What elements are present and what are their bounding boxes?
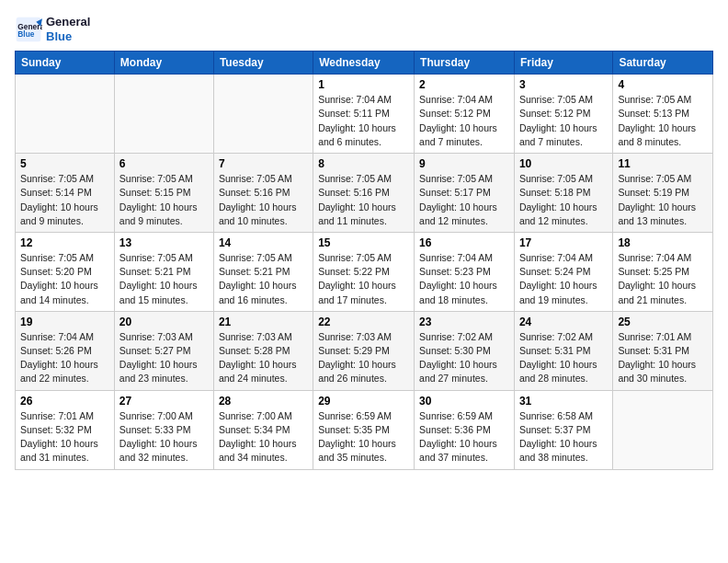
day-info: Sunrise: 7:05 AM Sunset: 5:17 PM Dayligh…	[419, 172, 509, 228]
day-info: Sunrise: 7:03 AM Sunset: 5:29 PM Dayligh…	[318, 330, 409, 386]
day-number: 4	[618, 78, 708, 91]
day-number: 16	[419, 236, 509, 249]
day-info: Sunrise: 7:05 AM Sunset: 5:13 PM Dayligh…	[618, 93, 708, 149]
logo-text-line1: General	[46, 15, 90, 29]
day-number: 28	[219, 395, 308, 408]
day-info: Sunrise: 7:05 AM Sunset: 5:19 PM Dayligh…	[618, 172, 708, 228]
day-info: Sunrise: 6:58 AM Sunset: 5:37 PM Dayligh…	[519, 409, 608, 465]
day-info: Sunrise: 7:05 AM Sunset: 5:22 PM Dayligh…	[318, 251, 409, 307]
day-number: 10	[519, 157, 608, 170]
day-number: 5	[20, 157, 109, 170]
day-number: 22	[318, 316, 409, 328]
day-info: Sunrise: 7:01 AM Sunset: 5:31 PM Dayligh…	[618, 330, 708, 386]
calendar-cell: 15Sunrise: 7:05 AM Sunset: 5:22 PM Dayli…	[313, 232, 415, 311]
day-number: 8	[318, 157, 409, 170]
calendar-cell: 30Sunrise: 6:59 AM Sunset: 5:36 PM Dayli…	[415, 390, 515, 469]
logo: General Blue General Blue	[15, 15, 90, 43]
calendar-cell: 23Sunrise: 7:02 AM Sunset: 5:30 PM Dayli…	[415, 311, 515, 390]
day-info: Sunrise: 7:05 AM Sunset: 5:16 PM Dayligh…	[219, 172, 308, 228]
column-header-saturday: Saturday	[613, 52, 713, 75]
calendar-week-5: 26Sunrise: 7:01 AM Sunset: 5:32 PM Dayli…	[16, 390, 713, 469]
calendar-cell: 19Sunrise: 7:04 AM Sunset: 5:26 PM Dayli…	[16, 311, 115, 390]
day-number: 30	[419, 395, 509, 408]
calendar-cell: 7Sunrise: 7:05 AM Sunset: 5:16 PM Daylig…	[213, 154, 313, 233]
day-number: 20	[119, 316, 209, 328]
calendar-cell: 22Sunrise: 7:03 AM Sunset: 5:29 PM Dayli…	[313, 311, 415, 390]
day-number: 18	[618, 236, 708, 249]
calendar-cell: 16Sunrise: 7:04 AM Sunset: 5:23 PM Dayli…	[415, 232, 515, 311]
day-info: Sunrise: 7:00 AM Sunset: 5:33 PM Dayligh…	[119, 409, 209, 465]
logo-icon: General Blue	[15, 16, 42, 43]
calendar-cell: 3Sunrise: 7:05 AM Sunset: 5:12 PM Daylig…	[514, 75, 612, 154]
calendar-cell: 28Sunrise: 7:00 AM Sunset: 5:34 PM Dayli…	[213, 390, 313, 469]
calendar-cell: 12Sunrise: 7:05 AM Sunset: 5:20 PM Dayli…	[16, 232, 115, 311]
calendar-cell: 13Sunrise: 7:05 AM Sunset: 5:21 PM Dayli…	[114, 232, 213, 311]
day-info: Sunrise: 7:05 AM Sunset: 5:20 PM Dayligh…	[20, 251, 109, 307]
day-number: 25	[618, 316, 708, 328]
day-number: 29	[318, 395, 409, 408]
calendar-week-3: 12Sunrise: 7:05 AM Sunset: 5:20 PM Dayli…	[16, 232, 713, 311]
day-number: 27	[119, 395, 209, 408]
day-info: Sunrise: 7:05 AM Sunset: 5:21 PM Dayligh…	[119, 251, 209, 307]
day-info: Sunrise: 6:59 AM Sunset: 5:35 PM Dayligh…	[318, 409, 409, 465]
column-header-monday: Monday	[114, 52, 213, 75]
day-info: Sunrise: 7:02 AM Sunset: 5:31 PM Dayligh…	[519, 330, 608, 386]
calendar-week-4: 19Sunrise: 7:04 AM Sunset: 5:26 PM Dayli…	[16, 311, 713, 390]
calendar-cell: 26Sunrise: 7:01 AM Sunset: 5:32 PM Dayli…	[16, 390, 115, 469]
calendar-cell: 4Sunrise: 7:05 AM Sunset: 5:13 PM Daylig…	[613, 75, 713, 154]
calendar-cell: 24Sunrise: 7:02 AM Sunset: 5:31 PM Dayli…	[514, 311, 612, 390]
calendar-cell: 14Sunrise: 7:05 AM Sunset: 5:21 PM Dayli…	[213, 232, 313, 311]
calendar-cell: 2Sunrise: 7:04 AM Sunset: 5:12 PM Daylig…	[415, 75, 515, 154]
column-header-friday: Friday	[514, 52, 612, 75]
calendar-cell: 1Sunrise: 7:04 AM Sunset: 5:11 PM Daylig…	[313, 75, 415, 154]
day-info: Sunrise: 7:04 AM Sunset: 5:11 PM Dayligh…	[318, 93, 409, 149]
day-info: Sunrise: 7:00 AM Sunset: 5:34 PM Dayligh…	[219, 409, 308, 465]
calendar-cell	[213, 75, 313, 154]
day-info: Sunrise: 7:04 AM Sunset: 5:23 PM Dayligh…	[419, 251, 509, 307]
calendar-cell: 27Sunrise: 7:00 AM Sunset: 5:33 PM Dayli…	[114, 390, 213, 469]
day-number: 17	[519, 236, 608, 249]
day-info: Sunrise: 7:04 AM Sunset: 5:12 PM Dayligh…	[419, 93, 509, 149]
column-header-wednesday: Wednesday	[313, 52, 415, 75]
day-number: 11	[618, 157, 708, 170]
day-info: Sunrise: 7:02 AM Sunset: 5:30 PM Dayligh…	[419, 330, 509, 386]
calendar-week-1: 1Sunrise: 7:04 AM Sunset: 5:11 PM Daylig…	[16, 75, 713, 154]
day-number: 15	[318, 236, 409, 249]
calendar-cell	[114, 75, 213, 154]
day-number: 26	[20, 395, 109, 408]
day-number: 9	[419, 157, 509, 170]
calendar-cell: 5Sunrise: 7:05 AM Sunset: 5:14 PM Daylig…	[16, 154, 115, 233]
calendar-cell: 8Sunrise: 7:05 AM Sunset: 5:16 PM Daylig…	[313, 154, 415, 233]
calendar-cell: 31Sunrise: 6:58 AM Sunset: 5:37 PM Dayli…	[514, 390, 612, 469]
day-info: Sunrise: 7:04 AM Sunset: 5:25 PM Dayligh…	[618, 251, 708, 307]
calendar-cell: 29Sunrise: 6:59 AM Sunset: 5:35 PM Dayli…	[313, 390, 415, 469]
day-info: Sunrise: 7:04 AM Sunset: 5:24 PM Dayligh…	[519, 251, 608, 307]
day-number: 21	[219, 316, 308, 328]
day-number: 19	[20, 316, 109, 328]
day-info: Sunrise: 7:05 AM Sunset: 5:14 PM Dayligh…	[20, 172, 109, 228]
day-info: Sunrise: 7:03 AM Sunset: 5:27 PM Dayligh…	[119, 330, 209, 386]
calendar-cell	[16, 75, 115, 154]
calendar-cell: 17Sunrise: 7:04 AM Sunset: 5:24 PM Dayli…	[514, 232, 612, 311]
day-number: 23	[419, 316, 509, 328]
day-info: Sunrise: 7:04 AM Sunset: 5:26 PM Dayligh…	[20, 330, 109, 386]
calendar-cell: 25Sunrise: 7:01 AM Sunset: 5:31 PM Dayli…	[613, 311, 713, 390]
svg-text:Blue: Blue	[17, 29, 34, 39]
day-number: 6	[119, 157, 209, 170]
day-info: Sunrise: 7:01 AM Sunset: 5:32 PM Dayligh…	[20, 409, 109, 465]
page-header: General Blue General Blue	[15, 15, 713, 43]
day-info: Sunrise: 7:05 AM Sunset: 5:15 PM Dayligh…	[119, 172, 209, 228]
calendar-cell: 11Sunrise: 7:05 AM Sunset: 5:19 PM Dayli…	[613, 154, 713, 233]
day-number: 31	[519, 395, 608, 408]
day-number: 3	[519, 78, 608, 91]
calendar-week-2: 5Sunrise: 7:05 AM Sunset: 5:14 PM Daylig…	[16, 154, 713, 233]
day-number: 1	[318, 78, 409, 91]
calendar-cell: 6Sunrise: 7:05 AM Sunset: 5:15 PM Daylig…	[114, 154, 213, 233]
day-number: 24	[519, 316, 608, 328]
day-number: 2	[419, 78, 509, 91]
day-info: Sunrise: 7:05 AM Sunset: 5:12 PM Dayligh…	[519, 93, 608, 149]
logo-text-line2: Blue	[46, 29, 90, 44]
day-info: Sunrise: 7:05 AM Sunset: 5:21 PM Dayligh…	[219, 251, 308, 307]
column-header-tuesday: Tuesday	[213, 52, 313, 75]
day-info: Sunrise: 7:05 AM Sunset: 5:16 PM Dayligh…	[318, 172, 409, 228]
